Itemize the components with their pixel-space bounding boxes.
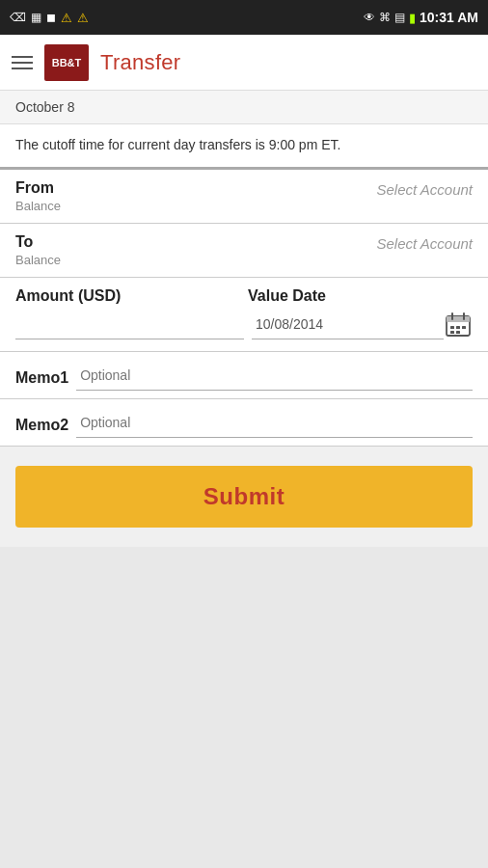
svg-rect-4 (450, 326, 454, 329)
to-select-account[interactable]: Select Account (377, 233, 474, 252)
warning-icon-1: ⚠ (61, 11, 72, 25)
to-row[interactable]: To Balance Select Account (0, 224, 488, 278)
amount-date-labels: Amount (USD) Value Date (15, 287, 473, 305)
memo2-input[interactable] (76, 409, 473, 438)
hamburger-menu[interactable] (12, 56, 33, 69)
svg-rect-7 (450, 331, 454, 334)
wifi-icon: ⌘ (379, 11, 391, 24)
usb-icon: ⌫ (10, 11, 26, 24)
info-banner: The cutoff time for current day transfer… (0, 124, 488, 170)
to-row-left: To Balance (15, 233, 61, 267)
memo2-label: Memo2 (15, 417, 68, 438)
status-time: 10:31 AM (420, 10, 478, 25)
from-select-account[interactable]: Select Account (377, 179, 474, 198)
amount-label: Amount (USD) (15, 287, 240, 305)
svg-rect-8 (456, 331, 460, 334)
calendar-icon[interactable] (444, 311, 473, 339)
status-bar: ⌫ ▦ ◼ ⚠ ⚠ 👁 ⌘ ▤ ▮ 10:31 AM (0, 0, 488, 35)
status-bar-left-icons: ⌫ ▦ ◼ ⚠ ⚠ (10, 11, 89, 25)
to-sublabel: Balance (15, 253, 61, 267)
memo1-label: Memo1 (15, 369, 68, 391)
value-date-input[interactable] (252, 311, 444, 339)
svg-rect-6 (462, 326, 466, 329)
app-header: BB&T Transfer (0, 35, 488, 91)
form-container: From Balance Select Account To Balance S… (0, 170, 488, 547)
memo1-row: Memo1 (0, 352, 488, 399)
value-date-label: Value Date (240, 287, 473, 305)
status-bar-right-icons: 👁 ⌘ ▤ ▮ 10:31 AM (364, 10, 478, 25)
battery-icon: ▮ (409, 11, 416, 25)
sim-icon: ▦ (31, 11, 41, 24)
date-label: October 8 (15, 99, 74, 115)
date-input-row (244, 311, 473, 339)
svg-rect-5 (456, 326, 460, 329)
from-row[interactable]: From Balance Select Account (0, 170, 488, 224)
amount-date-inputs (15, 311, 473, 339)
warning-icon-2: ⚠ (77, 11, 89, 25)
eye-icon: 👁 (364, 11, 375, 24)
to-label: To (15, 233, 61, 251)
from-sublabel: Balance (15, 199, 61, 213)
date-bar: October 8 (0, 91, 488, 124)
amount-date-row: Amount (USD) Value Date (0, 278, 488, 352)
from-row-left: From Balance (15, 179, 61, 213)
memo1-input[interactable] (76, 362, 473, 391)
photo-icon: ◼ (46, 11, 56, 24)
amount-input[interactable] (15, 311, 244, 339)
submit-button[interactable]: Submit (15, 466, 473, 528)
info-banner-text: The cutoff time for current day transfer… (15, 137, 340, 152)
memo2-row: Memo2 (0, 399, 488, 447)
app-title: Transfer (100, 50, 181, 75)
submit-section: Submit (0, 447, 488, 547)
bbt-logo: BB&T (44, 44, 89, 81)
signal-icon: ▤ (394, 11, 405, 24)
svg-rect-1 (447, 316, 470, 322)
from-label: From (15, 179, 61, 197)
